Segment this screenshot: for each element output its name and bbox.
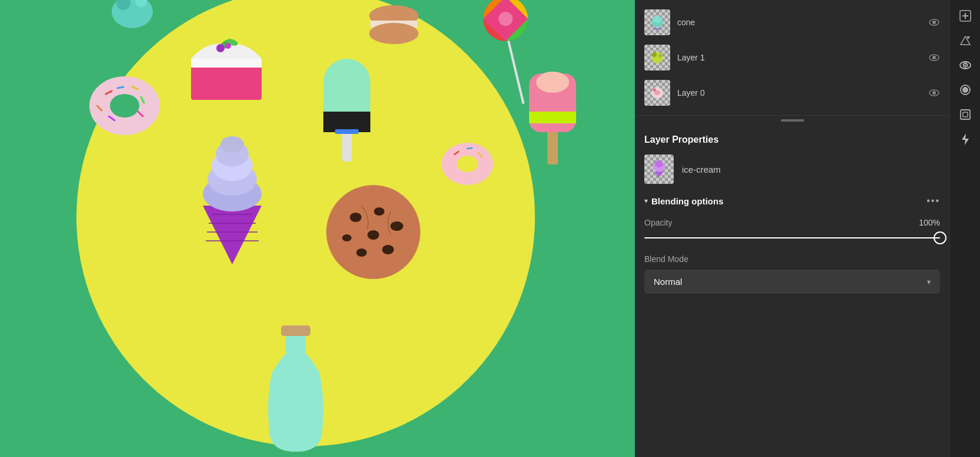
side-toolbar: [949, 0, 980, 457]
blending-chevron-icon: ▾: [644, 197, 648, 205]
blend-mode-value: Normal: [654, 277, 682, 287]
svg-rect-56: [281, 325, 310, 336]
layer-name-layer0: Layer 0: [677, 88, 928, 98]
svg-rect-32: [335, 129, 359, 134]
svg-point-37: [457, 156, 478, 172]
blending-label: Blending options: [651, 196, 723, 206]
svg-point-85: [962, 87, 968, 93]
divider-bar: [781, 119, 804, 122]
opacity-value: 100%: [919, 218, 940, 227]
divider-handle[interactable]: [635, 116, 949, 125]
svg-point-60: [653, 16, 662, 23]
selected-layer-name: ice-cream: [682, 164, 721, 174]
svg-point-49: [350, 213, 362, 222]
right-panel: cone: [635, 0, 980, 457]
svg-rect-44: [547, 129, 558, 164]
svg-point-54: [342, 234, 352, 241]
cake-slice: [182, 29, 270, 108]
bottle: [263, 325, 328, 457]
svg-point-83: [964, 65, 966, 66]
svg-point-4: [110, 94, 139, 117]
layer-item-layer1[interactable]: Layer 1: [635, 40, 949, 75]
blending-header: ▾ Blending options •••: [644, 196, 940, 206]
panel-main: cone: [635, 0, 949, 457]
svg-point-64: [652, 52, 657, 57]
donut-large: [85, 70, 165, 143]
blending-title: ▾ Blending options: [644, 196, 723, 206]
lightning-button[interactable]: [954, 128, 976, 150]
svg-rect-46: [529, 112, 576, 123]
ice-cream-purple: [194, 135, 270, 273]
svg-marker-58: [651, 28, 663, 30]
blend-mode-row: Blend Mode Normal ▾: [644, 254, 940, 294]
svg-point-50: [374, 207, 384, 216]
svg-marker-73: [654, 172, 664, 177]
canvas-area: [0, 0, 635, 457]
blend-mode-select[interactable]: Normal ▾: [644, 270, 940, 294]
svg-point-17: [225, 43, 231, 49]
svg-point-51: [390, 221, 403, 231]
svg-line-41: [509, 41, 523, 103]
layer-name-cone: cone: [677, 18, 928, 27]
macaroon: [364, 3, 423, 49]
opacity-label-row: Opacity 100%: [644, 218, 940, 227]
frame-button[interactable]: [954, 103, 976, 126]
opacity-thumb[interactable]: [934, 231, 946, 244]
donut-small: [438, 138, 497, 192]
svg-point-70: [653, 88, 656, 92]
layer-thumbnail-cone: [644, 9, 670, 35]
svg-point-52: [382, 245, 394, 254]
svg-point-67: [932, 56, 936, 59]
opacity-slider[interactable]: [644, 232, 940, 244]
more-options-icon[interactable]: •••: [927, 196, 940, 206]
layer-name-layer1: Layer 1: [677, 53, 928, 62]
svg-point-72: [932, 91, 936, 95]
selected-layer-thumbnail: [644, 154, 674, 184]
svg-point-75: [655, 160, 663, 167]
eye-button[interactable]: [954, 54, 976, 76]
visibility-icon-layer0[interactable]: [928, 87, 940, 99]
svg-point-43: [499, 12, 513, 26]
svg-point-55: [367, 230, 379, 240]
layers-list: cone: [635, 0, 949, 116]
layer-item-layer0[interactable]: Layer 0: [635, 75, 949, 110]
svg-marker-88: [962, 133, 969, 145]
svg-rect-87: [963, 112, 968, 117]
svg-point-65: [658, 54, 662, 58]
svg-line-39: [467, 148, 472, 149]
svg-rect-13: [191, 59, 262, 68]
opacity-label: Opacity: [644, 218, 672, 227]
layer-thumbnail-layer1: [644, 45, 670, 70]
selected-layer-preview: ice-cream: [644, 154, 940, 184]
triangle-icon-button[interactable]: [954, 29, 976, 52]
svg-rect-28: [342, 129, 352, 162]
opacity-track: [644, 237, 940, 238]
popsicle: [317, 53, 376, 167]
add-button[interactable]: [954, 5, 976, 27]
visibility-icon-layer1[interactable]: [928, 52, 940, 63]
blend-chevron-icon: ▾: [927, 278, 931, 286]
svg-point-62: [932, 21, 936, 24]
cyan-cone-item: [109, 0, 156, 29]
circle-button[interactable]: [954, 79, 976, 101]
blend-mode-label: Blend Mode: [644, 254, 940, 264]
opacity-row: Opacity 100%: [644, 218, 940, 244]
svg-line-6: [118, 87, 123, 88]
layer-thumbnail-layer0: [644, 80, 670, 106]
svg-rect-57: [286, 336, 306, 354]
svg-rect-86: [961, 110, 970, 119]
svg-point-47: [536, 72, 569, 93]
layer-properties-title: Layer Properties: [644, 135, 940, 145]
cookie: [320, 182, 426, 284]
ice-cream-pink: [526, 70, 579, 173]
svg-point-27: [220, 136, 244, 153]
svg-point-16: [216, 44, 225, 52]
layer-item-cone[interactable]: cone: [635, 5, 949, 40]
visibility-icon-cone[interactable]: [928, 16, 940, 28]
layer-properties-section: Layer Properties ice-cream: [635, 125, 949, 314]
svg-point-53: [356, 248, 367, 257]
svg-point-35: [369, 23, 419, 44]
